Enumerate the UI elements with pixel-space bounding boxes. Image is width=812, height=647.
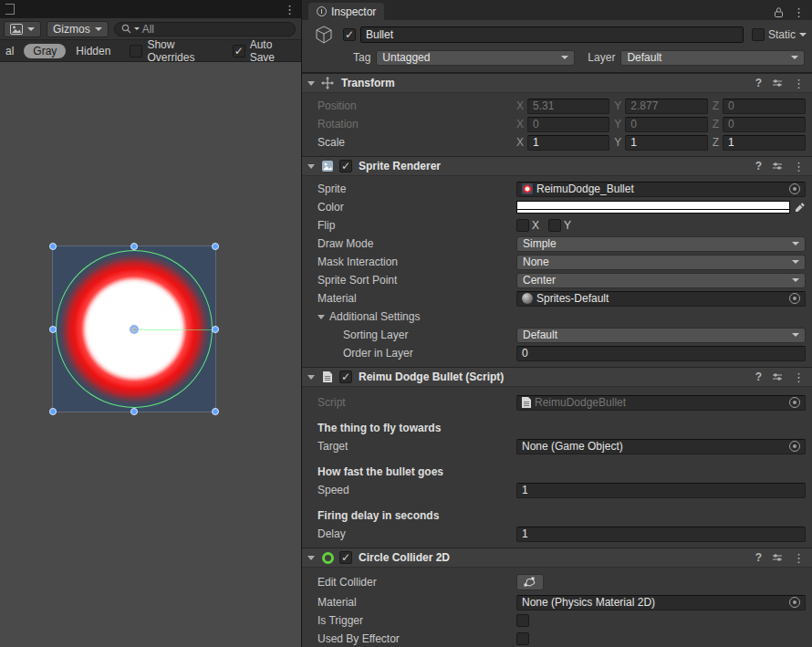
target-object-field[interactable]: None (Game Object) [516, 439, 806, 454]
used-by-effector-row: Used By Effector [302, 630, 812, 647]
scene-viewport[interactable] [0, 63, 301, 647]
presets-icon[interactable] [772, 552, 783, 563]
presets-icon[interactable] [772, 78, 783, 89]
selection-handle[interactable] [49, 243, 57, 250]
circle-collider-enabled-checkbox[interactable]: ✓ [339, 551, 352, 564]
prefab-context-hidden-button[interactable]: Hidden [76, 45, 110, 57]
physics-material-object-field[interactable]: None (Physics Material 2D) [516, 595, 806, 610]
auto-save-toggle[interactable]: ✓ Auto Save [233, 38, 296, 64]
scene-search-input[interactable]: All [114, 22, 296, 37]
prefab-context-normal-button[interactable]: al [5, 45, 14, 57]
transform-header[interactable]: Transform ? ⋮ [302, 73, 812, 93]
chevron-down-icon [792, 242, 799, 245]
rotation-x-field[interactable]: 0 [527, 117, 609, 132]
object-picker-icon[interactable] [789, 183, 800, 194]
scale-z-field[interactable]: 1 [723, 135, 806, 151]
kebab-icon[interactable]: ⋮ [793, 78, 805, 89]
object-picker-icon[interactable] [789, 441, 800, 452]
sprite-sort-point-dropdown[interactable]: Center [516, 273, 806, 288]
script-object-field[interactable]: ReimuDodgeBullet [516, 395, 806, 411]
show-overrides-toggle[interactable]: Show Overrides [130, 38, 218, 64]
order-in-layer-row: Order in Layer 0 [302, 344, 812, 362]
inspector-menu-kebab-icon[interactable]: ⋮ [793, 6, 805, 18]
color-swatch[interactable] [516, 201, 790, 214]
script-component-header[interactable]: ✓ Reimu Dodge Bullet (Script) ? ⋮ [302, 367, 812, 387]
lock-icon[interactable] [774, 6, 784, 18]
kebab-icon[interactable]: ⋮ [793, 161, 805, 172]
order-in-layer-field[interactable]: 0 [516, 346, 806, 361]
position-z-field[interactable]: 0 [723, 99, 806, 114]
scale-x-field[interactable]: 1 [527, 135, 609, 151]
help-icon[interactable]: ? [755, 551, 762, 564]
selection-handle[interactable] [212, 243, 219, 250]
pivot-gizmo[interactable] [130, 325, 139, 334]
foldout-icon[interactable] [318, 315, 325, 319]
rotation-z-field[interactable]: 0 [723, 117, 806, 132]
prefab-context-gray-button[interactable]: Gray [24, 44, 66, 58]
flip-y-checkbox[interactable] [548, 219, 561, 232]
chevron-down-icon [791, 56, 798, 59]
speed-field[interactable]: 1 [516, 483, 806, 498]
help-icon[interactable]: ? [755, 77, 762, 89]
gizmos-dropdown[interactable]: Gizmos [47, 21, 109, 37]
mask-interaction-label: Mask Interaction [318, 256, 516, 268]
foldout-icon[interactable] [307, 375, 315, 380]
scene-menu-kebab-icon[interactable]: ⋮ [284, 4, 296, 16]
cut-off-tool-icon[interactable] [5, 4, 15, 15]
static-dropdown[interactable]: Static [752, 28, 807, 41]
selection-handle[interactable] [49, 408, 57, 415]
flip-x-checkbox[interactable] [516, 219, 529, 232]
selection-handle[interactable] [130, 408, 138, 415]
eyedropper-icon[interactable] [795, 202, 806, 213]
object-picker-icon[interactable] [789, 597, 800, 608]
kebab-icon[interactable]: ⋮ [793, 552, 805, 564]
help-icon[interactable]: ? [755, 160, 762, 172]
object-picker-icon[interactable] [789, 397, 800, 408]
is-trigger-checkbox[interactable] [516, 614, 529, 627]
presets-icon[interactable] [772, 161, 783, 172]
foldout-icon[interactable] [307, 81, 315, 86]
selection-handle[interactable] [212, 326, 219, 333]
selection-handle[interactable] [212, 408, 219, 415]
selection-handle[interactable] [130, 243, 138, 250]
gameobject-name-input[interactable] [360, 26, 744, 43]
tab-inspector[interactable]: Inspector [308, 3, 384, 20]
scale-y-field[interactable]: 1 [625, 135, 707, 151]
target-header-text: The thing to fly towards [302, 419, 812, 437]
shading-mode-dropdown[interactable] [4, 21, 41, 37]
sorting-layer-dropdown[interactable]: Default [516, 328, 806, 343]
rotation-y-field[interactable]: 0 [625, 117, 707, 132]
material-object-field[interactable]: Sprites-Default [516, 291, 806, 307]
mask-interaction-dropdown[interactable]: None [516, 255, 806, 270]
auto-save-checkbox[interactable]: ✓ [233, 45, 245, 57]
help-icon[interactable]: ? [755, 370, 762, 383]
gameobject-active-checkbox[interactable]: ✓ [343, 28, 356, 41]
object-picker-icon[interactable] [789, 293, 800, 304]
is-trigger-label: Is Trigger [318, 614, 516, 627]
layer-dropdown[interactable]: Default [620, 50, 805, 66]
position-x-field[interactable]: 5.31 [527, 99, 609, 114]
selection-handle[interactable] [49, 326, 57, 333]
sprite-object-field[interactable]: ReimuDodge_Bullet [516, 182, 806, 197]
sprite-renderer-header[interactable]: ✓ Sprite Renderer ? ⋮ [302, 156, 812, 176]
used-by-effector-checkbox[interactable] [516, 632, 529, 645]
position-y-field[interactable]: 2.877 [625, 99, 707, 114]
static-checkbox[interactable] [752, 28, 765, 41]
position-row: Position X5.31 Y2.877 Z0 [302, 97, 812, 115]
tag-dropdown[interactable]: Untagged [376, 50, 575, 66]
edit-collider-button[interactable] [516, 574, 544, 590]
script-enabled-checkbox[interactable]: ✓ [339, 370, 352, 383]
kebab-icon[interactable]: ⋮ [793, 371, 805, 383]
draw-mode-dropdown[interactable]: Simple [516, 236, 806, 252]
bullet-sprite[interactable] [53, 246, 215, 412]
delay-field[interactable]: 1 [516, 527, 806, 542]
circle-collider-header[interactable]: ✓ Circle Collider 2D ? ⋮ [302, 548, 812, 568]
foldout-icon[interactable] [307, 164, 315, 169]
presets-icon[interactable] [772, 371, 783, 382]
tab-inspector-label: Inspector [331, 5, 376, 18]
sprite-renderer-enabled-checkbox[interactable]: ✓ [339, 160, 352, 172]
foldout-icon[interactable] [307, 556, 315, 560]
show-overrides-checkbox[interactable] [130, 45, 142, 57]
sprite-label: Sprite [318, 183, 516, 195]
additional-settings-foldout[interactable]: Additional Settings [302, 308, 812, 326]
